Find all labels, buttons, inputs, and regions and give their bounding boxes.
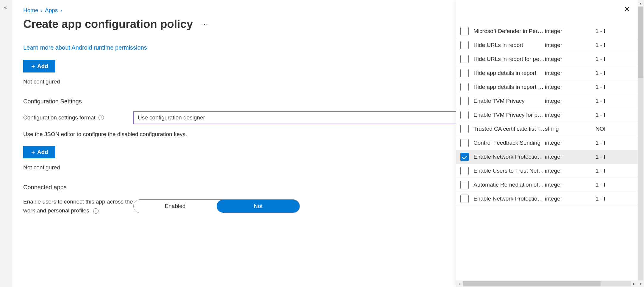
checkbox[interactable] [460, 139, 469, 147]
breadcrumb-home[interactable]: Home [23, 7, 38, 14]
page-title: Create app configuration policy [23, 18, 193, 31]
scroll-track[interactable] [638, 7, 643, 280]
config-key-name: Microsoft Defender in Perso… [469, 28, 545, 34]
config-key-row[interactable]: Microsoft Defender in Perso…integer1 - I [456, 24, 637, 38]
config-key-type: integer [545, 56, 595, 62]
checkbox[interactable] [460, 27, 469, 35]
config-key-type: string [545, 126, 595, 132]
config-key-row[interactable]: Enable TVM Privacyinteger1 - I [456, 94, 637, 108]
scroll-up-icon[interactable]: ▴ [637, 0, 644, 7]
expand-nav-icon[interactable]: « [4, 5, 7, 10]
scroll-thumb[interactable] [463, 281, 601, 286]
config-key-type: integer [545, 28, 595, 34]
config-key-name: Enable Network Protection i… [469, 154, 545, 160]
config-key-row[interactable]: Hide URLs in reportinteger1 - I [456, 38, 637, 52]
toggle-option-not[interactable]: Not [217, 200, 300, 213]
config-key-type: integer [545, 195, 595, 202]
config-key-name: Hide app details in report f… [469, 84, 545, 90]
checkbox[interactable] [460, 97, 469, 105]
connected-apps-toggle[interactable]: Enabled Not [133, 199, 300, 213]
config-keys-flyout: ✕ Microsoft Defender in Perso…integer1 -… [456, 0, 637, 287]
checkbox[interactable] [460, 41, 469, 49]
config-key-type: integer [545, 98, 595, 104]
config-key-name: Enable Users to Trust Netwo… [469, 168, 545, 174]
config-key-value: NOI [595, 126, 613, 132]
checkbox[interactable] [460, 83, 469, 91]
config-key-type: integer [545, 182, 595, 188]
config-key-value: 1 - I [595, 154, 613, 160]
config-key-row[interactable]: Hide app details in reportinteger1 - I [456, 66, 637, 80]
config-key-name: Enable TVM Privacy for pers… [469, 112, 545, 118]
add-config-key-button[interactable]: ＋Add [23, 146, 55, 158]
checkbox[interactable] [460, 167, 469, 175]
scroll-thumb[interactable] [638, 7, 643, 78]
vertical-scrollbar[interactable]: ▴ ▾ [637, 0, 644, 287]
config-key-name: Automatic Remediation of … [469, 182, 545, 188]
config-key-row[interactable]: Automatic Remediation of …integer1 - I [456, 178, 637, 192]
config-key-type: integer [545, 140, 595, 146]
config-keys-list: Microsoft Defender in Perso…integer1 - I… [456, 0, 637, 280]
config-key-type: integer [545, 70, 595, 76]
checkbox[interactable] [460, 125, 469, 133]
scroll-right-icon[interactable]: ▸ [631, 282, 637, 286]
config-key-name: Hide URLs in report for pers… [469, 56, 545, 62]
add-permission-button[interactable]: ＋Add [23, 60, 55, 72]
config-key-value: 1 - I [595, 70, 613, 76]
config-key-value: 1 - I [595, 195, 613, 202]
config-key-row[interactable]: Trusted CA certificate list for…stringNO… [456, 122, 637, 136]
info-icon[interactable]: i [93, 208, 99, 214]
main-content: Home › Apps › Create app configuration p… [12, 0, 637, 287]
checkbox[interactable] [460, 153, 469, 161]
config-key-type: integer [545, 154, 595, 160]
config-key-type: integer [545, 168, 595, 174]
config-key-value: 1 - I [595, 168, 613, 174]
config-key-row[interactable]: Enable Network Protection …integer1 - I [456, 192, 637, 206]
config-key-value: 1 - I [595, 56, 613, 62]
config-key-name: Hide URLs in report [469, 42, 545, 48]
config-key-value: 1 - I [595, 28, 613, 34]
config-key-value: 1 - I [595, 182, 613, 188]
checkbox[interactable] [460, 195, 469, 203]
checkbox[interactable] [460, 181, 469, 189]
connected-apps-label: Enable users to connect this app across … [23, 197, 133, 215]
checkbox[interactable] [460, 111, 469, 119]
config-key-name: Hide app details in report [469, 70, 545, 76]
scroll-left-icon[interactable]: ◂ [456, 282, 463, 286]
plus-icon: ＋ [30, 62, 36, 70]
breadcrumb-apps[interactable]: Apps [45, 7, 58, 14]
config-key-value: 1 - I [595, 112, 613, 118]
more-actions-icon[interactable]: ··· [201, 20, 208, 28]
config-key-row[interactable]: Enable Network Protection i…integer1 - I [456, 150, 637, 164]
checkbox[interactable] [460, 69, 469, 77]
checkbox[interactable] [460, 55, 469, 63]
config-key-value: 1 - I [595, 140, 613, 146]
left-gutter: « [0, 0, 12, 287]
config-key-name: Control Feedback Sending [469, 140, 545, 146]
config-key-value: 1 - I [595, 98, 613, 104]
horizontal-scrollbar[interactable]: ◂ ▸ [456, 280, 637, 287]
config-key-name: Enable Network Protection … [469, 195, 545, 202]
config-key-type: integer [545, 84, 595, 90]
chevron-right-icon: › [60, 7, 62, 14]
scroll-track[interactable] [463, 281, 631, 286]
config-key-row[interactable]: Hide URLs in report for pers…integer1 - … [456, 52, 637, 66]
config-key-value: 1 - I [595, 42, 613, 48]
config-key-name: Enable TVM Privacy [469, 98, 545, 104]
info-icon[interactable]: i [99, 115, 104, 120]
learn-more-link[interactable]: Learn more about Android runtime permiss… [23, 44, 147, 51]
config-key-row[interactable]: Hide app details in report f…integer1 - … [456, 80, 637, 94]
config-key-row[interactable]: Control Feedback Sendinginteger1 - I [456, 136, 637, 150]
config-key-type: integer [545, 42, 595, 48]
toggle-option-enabled[interactable]: Enabled [134, 200, 217, 213]
config-key-name: Trusted CA certificate list for… [469, 126, 545, 132]
scroll-down-icon[interactable]: ▾ [637, 280, 644, 287]
format-label: Configuration settings format i [23, 114, 133, 121]
close-icon[interactable]: ✕ [624, 5, 630, 14]
config-key-value: 1 - I [595, 84, 613, 90]
config-key-type: integer [545, 112, 595, 118]
config-key-row[interactable]: Enable TVM Privacy for pers…integer1 - I [456, 108, 637, 122]
config-key-row[interactable]: Enable Users to Trust Netwo…integer1 - I [456, 164, 637, 178]
chevron-right-icon: › [41, 7, 43, 14]
plus-icon: ＋ [30, 148, 36, 156]
